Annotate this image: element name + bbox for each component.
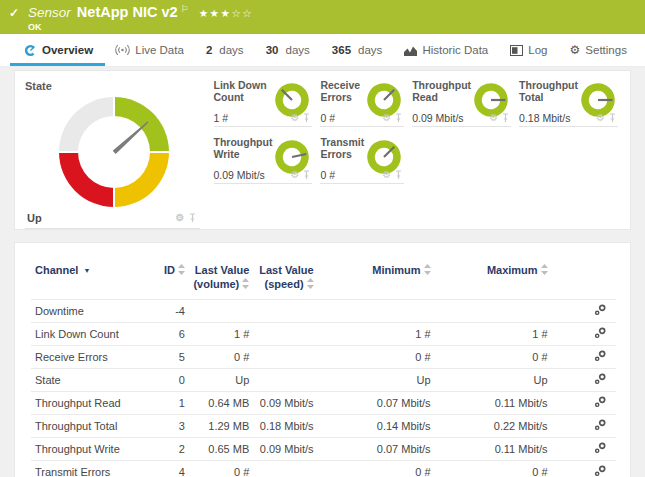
maximum-value: 0.11 Mbit/s: [435, 437, 552, 460]
channel-settings-icon[interactable]: [594, 373, 606, 385]
channel-name: Downtime: [31, 299, 154, 322]
gauge-settings-gear-icon[interactable]: ⚙: [382, 113, 391, 123]
minimum-value: 0.14 Mbit/s: [318, 414, 435, 437]
tab-live-data[interactable]: Live Data: [113, 34, 186, 66]
sort-icon: [178, 264, 185, 275]
channel-id: 6: [154, 322, 189, 345]
channel-settings-icon[interactable]: [594, 304, 606, 316]
tab-30-days[interactable]: 30 days: [264, 34, 312, 66]
maximum-value: 0.11 Mbit/s: [435, 391, 552, 414]
gauge-settings-gear-icon[interactable]: ⚙: [290, 113, 299, 123]
column-header-last-value-volume[interactable]: Last Value (volume): [189, 255, 253, 299]
maximum-value: Up: [435, 368, 552, 391]
gauge-settings-gear-icon[interactable]: ⚙: [596, 113, 605, 123]
sort-icon: [307, 278, 314, 289]
sensor-tabbar: Overview Live Data 2 days 30 days 365 da…: [0, 34, 645, 67]
gauge-settings-gear-icon[interactable]: ⚙: [489, 113, 498, 123]
sensor-name: NetApp NIC v2: [77, 5, 178, 20]
mini-gauge-throughput-write: Throughput Write 0.09 Mbit/s ⚙: [214, 136, 313, 184]
channel-id: -4: [154, 299, 189, 322]
gauge-settings-gear-icon[interactable]: ⚙: [290, 170, 299, 180]
tab-2-days[interactable]: 2 days: [204, 34, 246, 66]
channel-table-panel: Channel▼ ID Last Value (volume) Last Val…: [14, 242, 631, 477]
channel-id: 0: [154, 368, 189, 391]
gauge-settings-gear-icon[interactable]: ⚙: [382, 170, 391, 180]
column-header-id[interactable]: ID: [154, 255, 189, 299]
last-value-speed: [253, 368, 317, 391]
channel-settings-icon[interactable]: [594, 327, 606, 339]
sensor-title-block: Sensor NetApp NIC v2 ⚐ ★★★☆☆ OK: [28, 5, 253, 32]
pin-icon[interactable]: [303, 170, 310, 180]
tab-365-days[interactable]: 365 days: [330, 34, 384, 66]
channel-settings-icon[interactable]: [594, 419, 606, 431]
table-row-throughput-total: Throughput Total 3 1.29 MB 0.18 Mbit/s 0…: [31, 414, 616, 437]
table-row-state: State 0 Up Up Up: [31, 368, 616, 391]
sensor-header: ✓ Sensor NetApp NIC v2 ⚐ ★★★☆☆ OK: [0, 0, 645, 34]
channel-table: Channel▼ ID Last Value (volume) Last Val…: [31, 255, 616, 477]
channel-id: 5: [154, 345, 189, 368]
gauges-panel: State Up ⚙ Link Down Count 1: [14, 70, 631, 230]
table-row-transmit-errors: Transmit Errors 4 0 # 0 # 0 #: [31, 460, 616, 477]
gauge-icon: [24, 44, 37, 57]
table-row-throughput-read: Throughput Read 1 0.64 MB 0.09 Mbit/s 0.…: [31, 391, 616, 414]
tab-number: 365: [332, 44, 351, 56]
last-value-volume: 0 #: [189, 345, 253, 368]
state-gauge-widget: State Up ⚙: [15, 71, 208, 229]
tab-overview[interactable]: Overview: [22, 34, 95, 66]
channel-name: Throughput Total: [31, 414, 154, 437]
minimum-value: 0.07 Mbit/s: [318, 391, 435, 414]
channel-settings-icon[interactable]: [594, 350, 606, 362]
column-header-channel[interactable]: Channel▼: [31, 255, 154, 299]
gauge-settings-gear-icon[interactable]: ⚙: [176, 213, 185, 223]
priority-stars[interactable]: ★★★☆☆: [199, 8, 254, 19]
sort-icon: [424, 264, 431, 275]
minimum-value: 0 #: [318, 345, 435, 368]
pin-icon[interactable]: [395, 113, 402, 123]
sort-icon: [541, 264, 548, 275]
pin-icon[interactable]: [502, 113, 509, 123]
mini-gauge-value: 0.09 Mbit/s: [412, 112, 463, 124]
channel-settings-icon[interactable]: [594, 465, 606, 477]
channel-name: State: [31, 368, 154, 391]
last-value-speed: 0.18 Mbit/s: [253, 414, 317, 437]
table-row-downtime: Downtime -4: [31, 299, 616, 322]
maximum-value: 0 #: [435, 460, 552, 477]
pin-icon[interactable]: [395, 170, 402, 180]
maximum-value: [435, 299, 552, 322]
state-gauge-needle: [112, 119, 151, 155]
channel-id: 4: [154, 460, 189, 477]
channel-settings-icon[interactable]: [594, 442, 606, 454]
tab-historic-data[interactable]: Historic Data: [402, 34, 490, 66]
maximum-value: 0.22 Mbit/s: [435, 414, 552, 437]
tab-label: Log: [528, 44, 547, 56]
pin-icon[interactable]: [189, 213, 196, 223]
mini-gauge-receive-errors: Receive Errors 0 # ⚙: [320, 79, 404, 127]
log-icon: [510, 45, 523, 56]
tab-label: Historic Data: [422, 44, 488, 56]
tab-log[interactable]: Log: [508, 34, 549, 66]
channel-name: Throughput Write: [31, 437, 154, 460]
sensor-kind-label: Sensor: [28, 6, 71, 20]
column-header-minimum[interactable]: Minimum: [318, 255, 435, 299]
mini-gauge-transmit-errors: Transmit Errors 0 # ⚙: [320, 136, 404, 184]
mini-gauge-value: 0.18 Mbit/s: [519, 112, 570, 124]
column-header-maximum[interactable]: Maximum: [435, 255, 552, 299]
channel-settings-icon[interactable]: [594, 396, 606, 408]
column-header-last-value-speed[interactable]: Last Value (speed): [253, 255, 317, 299]
pin-icon[interactable]: [303, 113, 310, 123]
pin-icon[interactable]: [609, 113, 616, 123]
mini-gauge-value: 0 #: [320, 169, 335, 181]
maximum-value: 0 #: [435, 345, 552, 368]
last-value-speed: [253, 345, 317, 368]
minimum-value: 0 #: [318, 460, 435, 477]
last-value-volume: 1.29 MB: [189, 414, 253, 437]
minimum-value: [318, 299, 435, 322]
last-value-speed: [253, 322, 317, 345]
last-value-speed: 0.09 Mbit/s: [253, 437, 317, 460]
state-gauge-donut: [59, 97, 169, 207]
channel-name: Transmit Errors: [31, 460, 154, 477]
channel-id: 3: [154, 414, 189, 437]
tab-settings[interactable]: ⚙ Settings: [568, 34, 629, 66]
tab-number: 30: [266, 44, 279, 56]
priority-flag-icon[interactable]: ⚐: [181, 5, 189, 14]
